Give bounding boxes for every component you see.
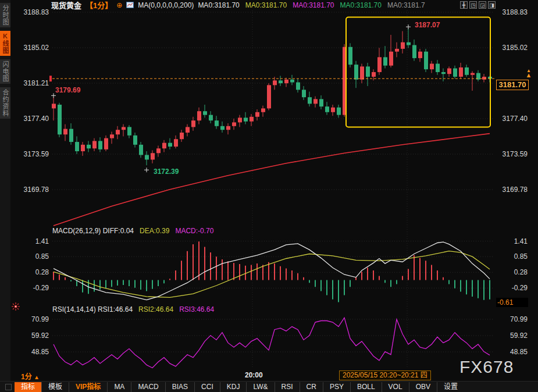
price-axis-right-label: 3169.78 — [496, 186, 528, 194]
macd-axis-right-label: -0.29 — [496, 284, 528, 292]
rsi-legend-rsi3: RSI3:46.64 — [179, 305, 214, 313]
indicator-toolbar: 指标模板VIP指标MAMACDBIASCCIKDJLW&RSICRPSYBOLL… — [0, 381, 538, 392]
rsi-axis-right-label: 59.92 — [496, 332, 528, 340]
toolbar-item-vol[interactable]: VOL — [382, 382, 409, 392]
rsi-axis-left-label: 59.92 — [10, 332, 49, 340]
chart-canvas[interactable] — [0, 0, 538, 392]
sidebar-tab-contract-info[interactable]: 合约资料 — [0, 87, 10, 119]
toolbar-item-bias[interactable]: BIAS — [165, 382, 194, 392]
left-tab-strip: 分时图K线图闪电图合约资料 — [0, 0, 10, 382]
toolbar-item-vip-indicator[interactable]: VIP指标 — [69, 382, 107, 392]
chart-tools: ╋◳◲◨ — [460, 1, 496, 9]
add-indicator-icon[interactable]: ⊕ — [116, 1, 122, 9]
sidebar-tab-lightning-chart[interactable]: 闪电图 — [0, 59, 10, 84]
price-axis-right-label: 3173.59 — [496, 150, 528, 158]
toolbar-item-template[interactable]: 模板 — [41, 382, 69, 392]
macd-legend-macd: MACD:-0.70 — [175, 227, 213, 235]
rsi-axis-right-label: 70.99 — [496, 315, 528, 323]
alert-dot-icon[interactable] — [12, 302, 20, 311]
current-price-badge: 3181.70 — [496, 80, 529, 90]
price-axis-right-label: 3177.40 — [496, 115, 528, 123]
trading-app: 分时图K线图闪电图合约资料 现货黄金 【1分】 ⊕ MA(0,0,0,0,0,2… — [0, 0, 538, 392]
price-axis-left-label: 3177.40 — [10, 115, 49, 123]
ma-value-label: MA0:3181.70 — [293, 1, 334, 9]
toolbar-grid-icon[interactable] — [5, 384, 12, 390]
macd-legend-main: MACD(26,12,9) DIFF:0.04 — [52, 227, 134, 235]
ma-settings-label: MA(0,0,0,0,0,200) — [138, 1, 194, 9]
fx678-watermark: FX678 — [459, 357, 514, 377]
ma-chart-icon — [126, 2, 134, 8]
symbol-title: 现货黄金 — [51, 0, 81, 10]
sidebar-tab-time-chart[interactable]: 分时图 — [0, 3, 10, 27]
crosshair-icon[interactable]: ╋ — [460, 1, 468, 9]
toolbar-item-obv[interactable]: OBV — [409, 382, 437, 392]
ma-value-label: MA0:3181.70 — [245, 1, 287, 9]
toolbar-item-kdj[interactable]: KDJ — [220, 382, 247, 392]
pane-shift-icon[interactable]: ◨ — [488, 1, 496, 9]
interval-up-arrow-icon: ▲ — [34, 374, 40, 380]
sidebar-tab-kline-chart[interactable]: K线图 — [0, 31, 10, 56]
ma-value-label: MA0:3181.7 — [387, 1, 425, 9]
price-axis-left-label: 3181.21 — [10, 79, 49, 87]
x-axis-time-label: 20:00 — [245, 371, 263, 379]
rsi-legend-rsi2: RSI2:46.64 — [138, 305, 173, 313]
macd-legend: MACD(26,12,9) DIFF:0.04 DEA:0.39 MACD:-0… — [52, 227, 213, 235]
price-axis-left-label: 3188.83 — [10, 8, 49, 16]
interval-label: 【1分】 — [85, 0, 112, 10]
rsi-axis-right-label: 48.85 — [496, 348, 528, 356]
toolbar-item-cci[interactable]: CCI — [194, 382, 220, 392]
price-axis-left-label: 3169.78 — [10, 186, 49, 194]
candle-range-label: 2025/05/15 20:20~20:21 四 — [339, 370, 431, 380]
price-axis-left-label: 3185.02 — [10, 44, 49, 52]
price-up-arrow-icon: ▲ ▲ — [524, 69, 533, 77]
macd-axis-left-label: 0.85 — [10, 252, 49, 261]
toolbar-item-indicator[interactable]: 指标 — [15, 382, 41, 392]
toolbar-item-macd[interactable]: MACD — [131, 382, 165, 392]
toolbar-item-psy[interactable]: PSY — [323, 382, 350, 392]
annotation-high: 3187.07 — [415, 21, 440, 29]
macd-axis-left-label: -0.29 — [10, 284, 49, 292]
price-axis-right-label: 3188.83 — [496, 8, 528, 16]
rsi-axis-left-label: 48.85 — [10, 348, 49, 356]
zoom-axis-up-icon[interactable]: ◳ — [469, 1, 477, 9]
toolbar-item-cr[interactable]: CR — [300, 382, 323, 392]
macd-axis-right-label: 1.41 — [496, 237, 528, 245]
status-interval[interactable]: 1分 ▲ — [21, 371, 40, 381]
macd-axis-right-label: 0.85 — [496, 252, 528, 261]
price-axis-right-label: 3185.02 — [496, 44, 528, 52]
toolbar-item-lwr[interactable]: LW& — [246, 382, 274, 392]
zoom-axis-right-icon[interactable]: ◲ — [479, 1, 486, 9]
toolbar-item-rsi[interactable]: RSI — [275, 382, 300, 392]
annotation-low: 3172.39 — [154, 168, 179, 176]
macd-alert-badge: -0.61 — [496, 298, 528, 307]
price-axis-left-label: 3173.59 — [10, 150, 49, 158]
macd-axis-left-label: 1.41 — [10, 237, 49, 245]
ma-value-label: MA0:3181.70 — [340, 1, 382, 9]
rsi-axis-left-label: 70.99 — [10, 315, 49, 323]
toolbar-item-settings[interactable]: 设置 — [437, 382, 464, 392]
rsi-legend-main: RSI(14,14,14) RSI1:46.64 — [52, 305, 133, 313]
ma-values: MA0:3181.70MA0:3181.70MA0:3181.70MA0:318… — [198, 1, 425, 9]
rsi-legend: RSI(14,14,14) RSI1:46.64 RSI2:46.64 RSI3… — [52, 305, 214, 313]
ma-value-label: MA0:3181.70 — [198, 1, 239, 9]
annotation-first-high: 3179.69 — [55, 86, 80, 94]
chart-header: 现货黄金 【1分】 ⊕ MA(0,0,0,0,0,200) MA0:3181.7… — [51, 1, 425, 9]
toolbar-item-boll[interactable]: BOLL — [350, 382, 382, 392]
toolbar-item-ma[interactable]: MA — [107, 382, 131, 392]
macd-axis-left-label: 0.28 — [10, 268, 49, 276]
macd-legend-dea: DEA:0.39 — [140, 227, 169, 235]
macd-axis-right-label: 0.28 — [496, 268, 528, 276]
